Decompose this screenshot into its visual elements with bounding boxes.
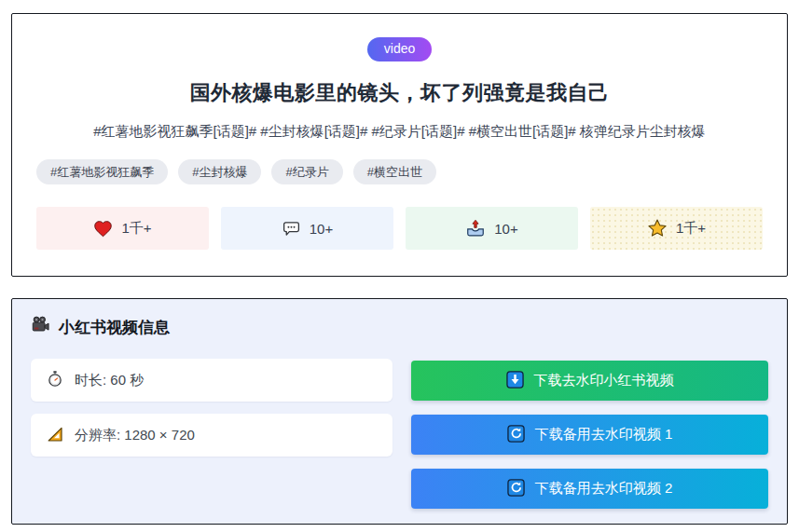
backup-download-1-label: 下载备用去水印视频 1 bbox=[535, 426, 673, 443]
speech-balloon-icon bbox=[282, 219, 301, 239]
video-type-badge: video bbox=[367, 37, 432, 61]
info-card-body: 时长: 60 秒 分辨率: 1280 × 720 bbox=[31, 357, 768, 509]
backup-download-2-label: 下载备用去水印视频 2 bbox=[535, 480, 673, 498]
outbox-tray-icon bbox=[465, 218, 486, 239]
refresh-icon bbox=[507, 479, 525, 499]
download-buttons-column: 下载去水印小红书视频 下载备用去水印视频 1 bbox=[411, 357, 768, 509]
download-icon bbox=[506, 371, 524, 391]
refresh-icon bbox=[507, 425, 525, 445]
backup-download-2-button[interactable]: 下载备用去水印视频 2 bbox=[411, 469, 768, 509]
backup-download-1-button[interactable]: 下载备用去水印视频 1 bbox=[411, 415, 768, 455]
download-no-watermark-button[interactable]: 下载去水印小红书视频 bbox=[411, 361, 768, 401]
tag-pill: #纪录片 bbox=[271, 159, 342, 184]
info-card-title: 小红书视频信息 bbox=[59, 317, 170, 338]
collects-count: 1千+ bbox=[676, 220, 706, 238]
likes-count: 1千+ bbox=[121, 220, 151, 238]
shares-count: 10+ bbox=[494, 221, 517, 237]
video-title: 国外核爆电影里的镜头，坏了列强竟是我自己 bbox=[12, 79, 787, 107]
resolution-field: 分辨率: 1280 × 720 bbox=[31, 414, 393, 457]
tag-pill: #红薯地影视狂飙季 bbox=[36, 159, 168, 184]
video-post-card: video 国外核爆电影里的镜头，坏了列强竟是我自己 #红薯地影视狂飙季[话题]… bbox=[11, 13, 788, 277]
ruler-icon bbox=[46, 425, 64, 446]
resolution-text: 分辨率: 1280 × 720 bbox=[75, 427, 195, 444]
movie-camera-icon bbox=[31, 315, 50, 339]
shares-stat: 10+ bbox=[406, 207, 578, 250]
video-meta-column: 时长: 60 秒 分辨率: 1280 × 720 bbox=[31, 357, 393, 509]
page: video 国外核爆电影里的镜头，坏了列强竟是我自己 #红薯地影视狂飙季[话题]… bbox=[0, 0, 799, 532]
download-button-label: 下载去水印小红书视频 bbox=[534, 372, 674, 389]
tag-pill: #尘封核爆 bbox=[178, 159, 261, 184]
tag-list: #红薯地影视狂飙季 #尘封核爆 #纪录片 #横空出世 bbox=[36, 159, 763, 184]
comments-count: 10+ bbox=[310, 221, 333, 237]
star-icon bbox=[647, 218, 668, 239]
stopwatch-icon bbox=[46, 370, 64, 391]
tag-pill: #横空出世 bbox=[353, 159, 436, 184]
collects-stat: 1千+ bbox=[590, 207, 763, 250]
duration-text: 时长: 60 秒 bbox=[75, 372, 144, 389]
video-info-card: 小红书视频信息 时长: 60 秒 bbox=[11, 298, 788, 525]
comments-stat: 10+ bbox=[221, 207, 393, 250]
likes-stat: 1千+ bbox=[36, 207, 209, 250]
hashtag-line: #红薯地影视狂飙季[话题]# #尘封核爆[话题]# #纪录片[话题]# #横空出… bbox=[12, 123, 787, 141]
duration-field: 时长: 60 秒 bbox=[31, 359, 393, 402]
heart-icon bbox=[93, 219, 113, 239]
stats-row: 1千+ 10+ bbox=[36, 207, 763, 250]
info-card-header: 小红书视频信息 bbox=[31, 315, 768, 339]
